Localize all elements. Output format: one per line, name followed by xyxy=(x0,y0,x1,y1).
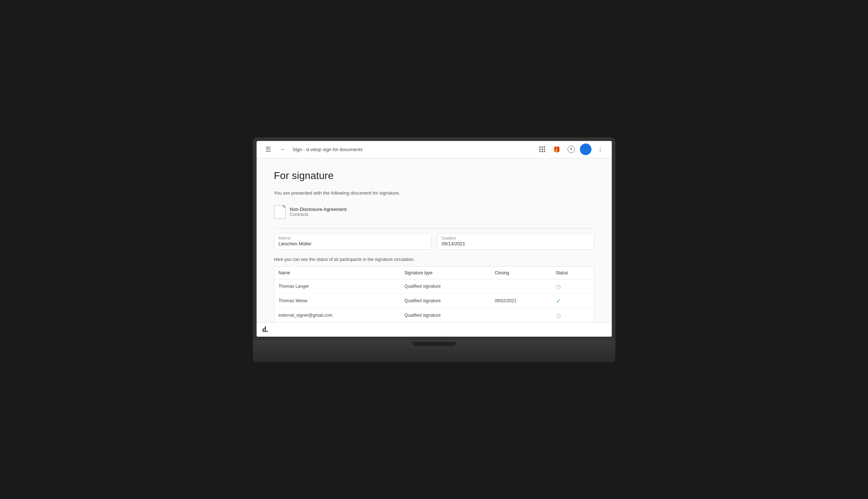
col-name: Name xyxy=(274,266,400,279)
referer-label: Referer xyxy=(279,236,427,240)
status-description: Here you can see the status of all parti… xyxy=(274,257,594,262)
cell-status: ◷ xyxy=(552,279,594,294)
hamburger-button[interactable]: ☰ xyxy=(262,144,274,155)
page-title-header: Sign - d.velop sign for documents xyxy=(293,147,363,152)
cell-name: external_signer@gmail.com xyxy=(274,308,400,322)
gift-button[interactable]: 🎁 xyxy=(551,144,562,155)
help-button[interactable]: ? xyxy=(565,144,577,155)
laptop-notch xyxy=(412,342,456,346)
col-status: Status xyxy=(552,266,594,279)
document-name: Non-Disclosure-Agreement xyxy=(290,207,347,212)
table-row: external_signer@gmail.com Qualified sign… xyxy=(274,308,594,322)
more-button[interactable]: ⋮ xyxy=(594,144,606,155)
cell-closing xyxy=(490,308,552,322)
deadline-value: 09/13/2021 xyxy=(442,241,590,246)
grid-button[interactable] xyxy=(536,144,548,155)
participants-table: Name Signature type Closing Status Thoma… xyxy=(274,266,594,322)
cell-signature-type: Qualified signature xyxy=(400,308,490,322)
referer-field: Referer Lieschen Müller xyxy=(274,233,431,250)
main-content: For signature You are presented with the… xyxy=(257,158,612,322)
col-signature-type: Signature type xyxy=(400,266,490,279)
user-button[interactable]: 👤 xyxy=(580,144,591,155)
referer-value: Lieschen Müller xyxy=(279,241,427,246)
cell-name: Thomas Langer xyxy=(274,279,400,294)
user-icon: 👤 xyxy=(582,146,589,152)
document-category: Contracts xyxy=(290,212,347,217)
cell-signature-type: Qualified signature xyxy=(400,294,490,308)
deadline-label: Deadline xyxy=(442,236,590,240)
help-icon: ? xyxy=(568,146,575,153)
toolbar-right: 🎁 ? 👤 ⋮ xyxy=(536,144,606,155)
gift-icon: 🎁 xyxy=(553,146,560,153)
top-bar: ☰ ← Sign - d.velop sign for documents xyxy=(257,141,612,158)
grid-icon xyxy=(539,146,545,152)
cell-name: Thomas Weise xyxy=(274,294,400,308)
cell-status: ◷ xyxy=(552,308,594,322)
more-icon: ⋮ xyxy=(597,146,603,153)
col-closing: Closing xyxy=(490,266,552,279)
document-card: Non-Disclosure-Agreement Contracts xyxy=(274,201,594,223)
status-pending-icon: ◷ xyxy=(556,312,561,319)
back-button[interactable]: ← xyxy=(278,144,289,155)
dvelop-logo: d. xyxy=(262,325,268,334)
cell-closing: 09/02/2021 xyxy=(490,294,552,308)
fields-row: Referer Lieschen Müller Deadline 09/13/2… xyxy=(274,233,594,250)
document-icon xyxy=(274,205,286,219)
table-header-row: Name Signature type Closing Status xyxy=(274,266,594,279)
cell-signature-type: Qualified signature xyxy=(400,279,490,294)
document-info: Non-Disclosure-Agreement Contracts xyxy=(290,207,347,217)
status-done-icon: ✓ xyxy=(556,298,561,304)
page-subtitle: You are presented with the following doc… xyxy=(274,190,594,196)
table-row: Thomas Weise Qualified signature 09/02/2… xyxy=(274,294,594,308)
divider xyxy=(274,228,594,229)
back-icon: ← xyxy=(281,146,286,153)
cell-closing xyxy=(490,279,552,294)
deadline-field: Deadline 09/13/2021 xyxy=(437,233,594,250)
status-pending-icon: ◷ xyxy=(556,283,561,290)
hamburger-icon: ☰ xyxy=(265,145,271,153)
page-heading: For signature xyxy=(274,170,594,182)
cell-status: ✓ xyxy=(552,294,594,308)
bottom-bar: d. xyxy=(257,322,612,337)
table-row: Thomas Langer Qualified signature ◷ xyxy=(274,279,594,294)
